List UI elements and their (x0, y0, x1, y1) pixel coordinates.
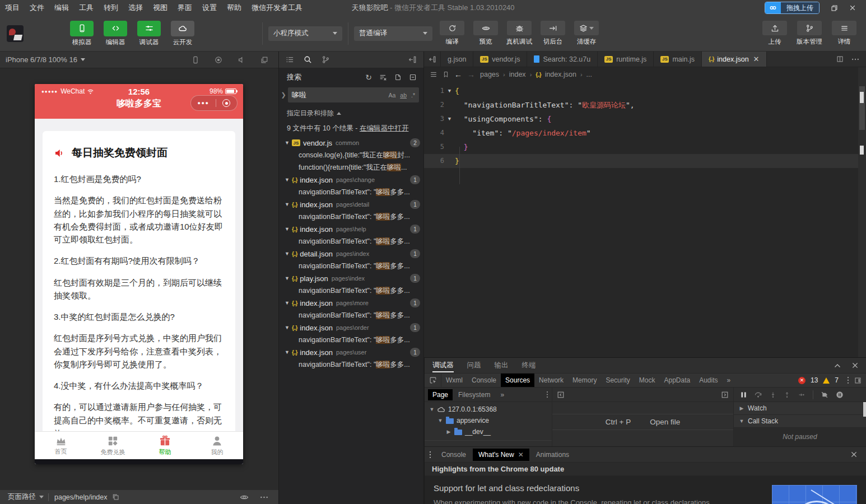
twistie-icon[interactable]: ▼ (285, 349, 292, 355)
code-line[interactable]: 5 } (424, 140, 866, 154)
regex-icon[interactable]: .* (411, 92, 415, 99)
deactivate-breakpoints-icon[interactable] (821, 391, 828, 399)
action-button-0[interactable]: 编译 (436, 21, 468, 46)
more-options-icon[interactable] (260, 494, 268, 501)
navigate-forward-icon[interactable]: → (467, 70, 475, 79)
search-dir-toggle[interactable]: 指定目录和排除 (279, 104, 423, 119)
drawer-menu-icon[interactable] (429, 451, 431, 459)
file-list-icon[interactable] (286, 55, 294, 64)
editor-tab-runtime-js[interactable]: JSruntime.js (598, 52, 654, 67)
step-over-icon[interactable] (754, 391, 762, 398)
prev-source-icon[interactable] (557, 391, 565, 399)
twistie-icon[interactable]: ▼ (285, 251, 292, 256)
twistie-icon[interactable]: ▼ (285, 325, 292, 330)
breadcrumb-item[interactable]: index.json (545, 71, 576, 78)
more-menu-icon[interactable]: ●●● (198, 100, 209, 106)
navigator-tab-[interactable]: » (496, 389, 509, 400)
action-button-1[interactable]: 预览 (469, 21, 502, 46)
code-line[interactable]: 6} (424, 154, 866, 168)
twistie-icon[interactable]: ▼ (285, 140, 292, 146)
device-bar[interactable]: iPhone 6/7/8 100% 16 (0, 52, 278, 68)
netdisk-upload-button[interactable]: 拖拽上传 (765, 2, 820, 14)
twistie-icon[interactable]: ▼ (429, 407, 435, 412)
whole-word-icon[interactable]: ab (400, 92, 407, 99)
search-result-file[interactable]: ▼JSvendor.jscommon2 (279, 137, 423, 149)
debugger-tab-调试器[interactable]: 调试器 (432, 358, 454, 373)
search-result-file[interactable]: ▼{..}index.jsonpages\change1 (279, 174, 423, 186)
pause-on-exceptions-icon[interactable] (836, 391, 844, 399)
menu-item-6[interactable]: 视图 (148, 0, 173, 16)
search-result-match[interactable]: navigationBarTitleText": "哆啦多多... (279, 211, 423, 223)
next-source-icon[interactable] (721, 391, 729, 399)
devtools-tab-Security[interactable]: Security (601, 374, 634, 387)
code-line[interactable]: 3▼ "usingComponents": { (424, 112, 866, 126)
navigate-back-icon[interactable]: ← (454, 70, 462, 79)
warning-count[interactable]: 7 (835, 376, 839, 384)
search-result-file[interactable]: ▼{..}index.jsonpages\help1 (279, 223, 423, 235)
drawer-tab-WhatsNew[interactable]: What's New✕ (473, 449, 529, 461)
tree-item-__dev__[interactable]: ▶__dev__ (425, 426, 552, 437)
mode-button-0[interactable]: 模拟器 (67, 21, 96, 46)
refresh-search-icon[interactable]: ↻ (365, 73, 372, 82)
right-action-button-0[interactable]: 上传 (758, 21, 791, 46)
drawer-tab-Console[interactable]: Console (436, 449, 472, 461)
mode-button-1[interactable]: 编辑器 (101, 21, 130, 46)
fold-icon[interactable]: ▼ (444, 112, 455, 126)
search-result-file[interactable]: ▼{..}index.jsonpages\detail1 (279, 198, 423, 211)
rotate-device-icon[interactable] (192, 56, 199, 64)
twistie-icon[interactable]: ▼ (285, 202, 292, 207)
search-result-file[interactable]: ▼{..}index.jsonpages\more1 (279, 297, 423, 309)
split-editor-icon[interactable] (836, 55, 844, 63)
tree-item-127.0.0.165368[interactable]: ▼127.0.0.1:65368 (425, 404, 552, 415)
search-result-match[interactable]: navigationBarTitleText": "哆啦多多... (279, 358, 423, 371)
search-result-file[interactable]: ▼{..}index.jsonpages\user1 (279, 346, 423, 358)
compile-select[interactable]: 普通编译 (354, 26, 432, 41)
match-case-icon[interactable]: Aa (388, 92, 395, 99)
menu-item-3[interactable]: 工具 (74, 0, 99, 16)
editor-tab-main-js[interactable]: JSmain.js (654, 52, 702, 67)
debugger-tab-终端[interactable]: 终端 (522, 358, 536, 373)
open-file-label[interactable]: Open file (650, 418, 680, 426)
step-into-icon[interactable] (770, 391, 776, 399)
search-result-file[interactable]: ▼{..}detail.jsonpages\index1 (279, 248, 423, 260)
toggle-sidebar-icon[interactable] (424, 52, 441, 67)
search-result-match[interactable]: navigationBarTitleText": "哆啦多多... (279, 334, 423, 346)
menu-item-5[interactable]: 选择 (123, 0, 148, 16)
search-icon[interactable] (304, 55, 312, 64)
copy-path-icon[interactable] (112, 493, 119, 501)
mute-icon[interactable] (238, 56, 245, 64)
search-result-match[interactable]: navigationBarTitleText": "哆啦多多... (279, 260, 423, 272)
search-result-match[interactable]: console.log(e),{title:"我正在哆啦封... (279, 149, 423, 161)
devtools-tab-Sources[interactable]: Sources (501, 374, 534, 387)
right-action-button-2[interactable]: 详情 (828, 21, 860, 46)
editor-tab-g-json[interactable]: g.json (441, 52, 473, 67)
git-branch-icon[interactable] (322, 55, 330, 64)
code-line[interactable]: 4 "item": "/pages/index/item" (424, 126, 866, 140)
editor-tab-Search--32-u7u[interactable]: Search: 32.u7u (527, 52, 598, 67)
open-in-editor-icon[interactable] (394, 73, 402, 81)
error-count[interactable]: 13 (811, 376, 818, 384)
menu-item-2[interactable]: 编辑 (49, 0, 74, 16)
action-button-4[interactable]: 清缓存 (570, 21, 603, 46)
menu-item-0[interactable]: 项目 (0, 0, 25, 16)
close-drawer-icon[interactable] (851, 451, 862, 458)
menu-item-4[interactable]: 转到 (99, 0, 123, 16)
devtools-tab-[interactable]: » (723, 374, 735, 387)
navigator-tab-Page[interactable]: Page (428, 389, 453, 400)
user-avatar[interactable] (7, 25, 24, 42)
drawer-tab-Animations[interactable]: Animations (530, 449, 575, 461)
collapse-panel-icon[interactable] (834, 362, 841, 368)
devtools-tab-Memory[interactable]: Memory (568, 374, 601, 387)
search-result-match[interactable]: navigationBarTitleText": "哆啦多多... (279, 186, 423, 198)
search-result-match[interactable]: navigationBarTitleText": "哆啦多多... (279, 235, 423, 248)
menu-item-10[interactable]: 微信开发者工具 (246, 0, 308, 16)
close-tab-icon[interactable]: ✕ (753, 55, 760, 63)
step-out-icon[interactable] (784, 391, 790, 399)
devtools-tab-Console[interactable]: Console (467, 374, 501, 387)
devtools-menu-icon[interactable] (847, 376, 849, 384)
twistie-icon[interactable]: ▼ (285, 177, 292, 183)
breadcrumb-item[interactable]: index (509, 71, 526, 78)
debugger-tab-问题[interactable]: 问题 (467, 358, 481, 373)
clear-results-icon[interactable] (379, 73, 387, 81)
editor-tab-index-json[interactable]: {..}index.json✕ (702, 52, 767, 67)
